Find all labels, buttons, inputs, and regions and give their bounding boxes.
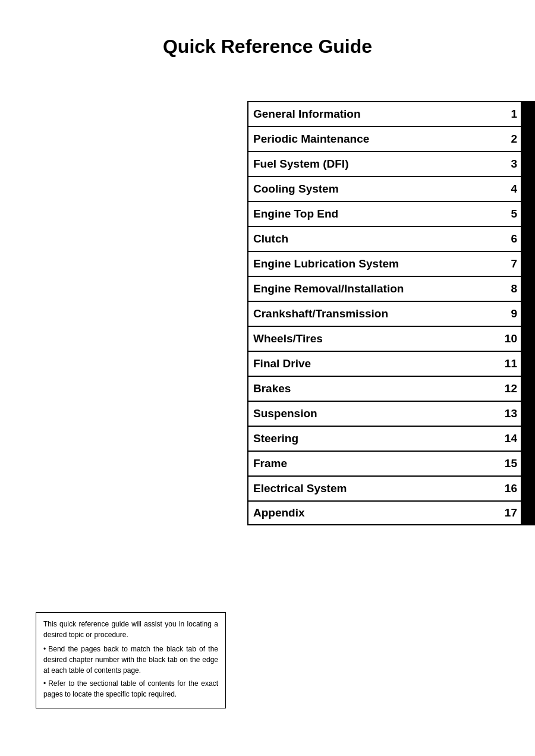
toc-item[interactable]: Suspension13: [247, 401, 535, 426]
toc-item-tab: [521, 102, 534, 126]
toc-item-number: 8: [491, 277, 521, 301]
toc-item[interactable]: Steering14: [247, 426, 535, 451]
toc-item-number: 2: [491, 127, 521, 151]
toc-item-tab: [521, 202, 534, 226]
toc-item-number: 7: [491, 252, 521, 276]
toc-item[interactable]: Appendix17: [247, 500, 535, 525]
toc-item-tab: [521, 177, 534, 201]
toc-item-label: Electrical System: [248, 477, 491, 500]
note-intro: This quick reference guide will assist y…: [43, 619, 218, 640]
toc-item-number: 13: [491, 402, 521, 426]
toc-item-label: Steering: [248, 427, 491, 451]
toc-item-tab: [521, 152, 534, 176]
note-bullet-2: Refer to the sectional table of contents…: [43, 678, 218, 700]
toc-item[interactable]: Final Drive11: [247, 351, 535, 376]
toc-item-number: 16: [491, 477, 521, 500]
page-title: Quick Reference Guide: [0, 0, 535, 81]
toc-item-tab: [521, 327, 534, 351]
toc-item-tab: [521, 452, 534, 475]
toc-item[interactable]: Brakes12: [247, 376, 535, 401]
toc-item-label: Brakes: [248, 377, 491, 401]
toc-item-tab: [521, 477, 534, 500]
toc-item-number: 5: [491, 202, 521, 226]
toc-container: General Information1Periodic Maintenance…: [247, 101, 535, 525]
toc-item-label: Clutch: [248, 227, 491, 251]
toc-item-tab: [521, 352, 534, 376]
toc-item-number: 9: [491, 302, 521, 326]
toc-item-tab: [521, 402, 534, 426]
toc-item-number: 3: [491, 152, 521, 176]
toc-item[interactable]: Wheels/Tires10: [247, 326, 535, 351]
toc-item[interactable]: Engine Removal/Installation8: [247, 276, 535, 301]
toc-item-label: Cooling System: [248, 177, 491, 201]
toc-item-tab: [521, 277, 534, 301]
toc-item-number: 4: [491, 177, 521, 201]
note-box: This quick reference guide will assist y…: [36, 612, 226, 708]
toc-item-number: 14: [491, 427, 521, 451]
toc-item-tab: [521, 502, 534, 524]
toc-item-tab: [521, 227, 534, 251]
note-bullet-1: Bend the pages back to match the black t…: [43, 644, 218, 676]
toc-item-tab: [521, 302, 534, 326]
toc-item-number: 17: [491, 502, 521, 524]
toc-item-label: Suspension: [248, 402, 491, 426]
toc-item-label: Periodic Maintenance: [248, 127, 491, 151]
toc-item-tab: [521, 377, 534, 401]
toc-item-label: Engine Top End: [248, 202, 491, 226]
toc-item[interactable]: General Information1: [247, 101, 535, 126]
toc-item-number: 6: [491, 227, 521, 251]
toc-item-label: Crankshaft/Transmission: [248, 302, 491, 326]
toc-item-label: Fuel System (DFI): [248, 152, 491, 176]
toc-item-label: Engine Removal/Installation: [248, 277, 491, 301]
toc-item-tab: [521, 252, 534, 276]
toc-item-number: 11: [491, 352, 521, 376]
toc-item[interactable]: Cooling System4: [247, 176, 535, 201]
toc-item[interactable]: Periodic Maintenance2: [247, 126, 535, 151]
toc-item-number: 1: [491, 102, 521, 126]
toc-item[interactable]: Electrical System16: [247, 475, 535, 500]
toc-item-label: Engine Lubrication System: [248, 252, 491, 276]
toc-item-tab: [521, 427, 534, 451]
toc-item[interactable]: Engine Top End5: [247, 201, 535, 226]
toc-item-number: 12: [491, 377, 521, 401]
toc-item[interactable]: Frame15: [247, 451, 535, 475]
toc-item-label: Final Drive: [248, 352, 491, 376]
toc-item-label: Wheels/Tires: [248, 327, 491, 351]
toc-item[interactable]: Engine Lubrication System7: [247, 251, 535, 276]
toc-item-tab: [521, 127, 534, 151]
toc-item[interactable]: Crankshaft/Transmission9: [247, 301, 535, 326]
toc-item-number: 15: [491, 452, 521, 475]
toc-item[interactable]: Clutch6: [247, 226, 535, 251]
toc-item-label: General Information: [248, 102, 491, 126]
toc-item[interactable]: Fuel System (DFI)3: [247, 151, 535, 176]
toc-item-label: Appendix: [248, 502, 491, 524]
toc-item-label: Frame: [248, 452, 491, 475]
toc-item-number: 10: [491, 327, 521, 351]
